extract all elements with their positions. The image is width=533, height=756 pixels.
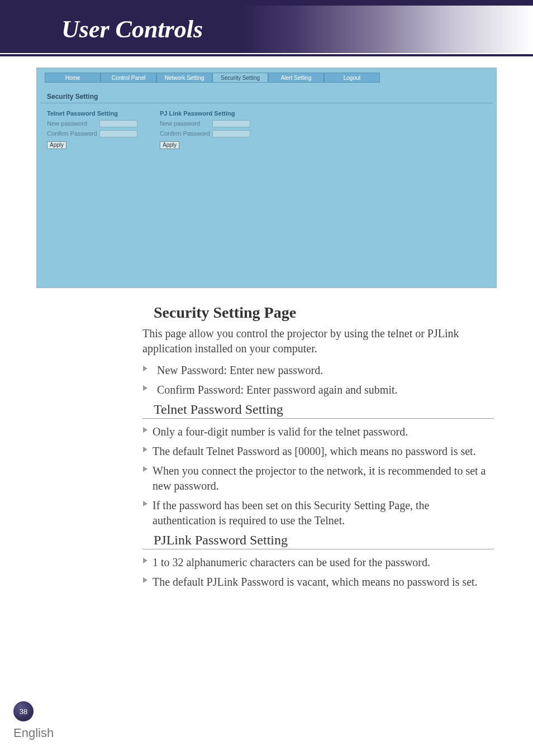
triangle-right-icon	[142, 427, 153, 433]
triangle-right-icon	[142, 365, 153, 372]
security-setting-screenshot: Home Control Panel Network Setting Secur…	[36, 68, 497, 288]
telnet-subheading-wrap: Telnet Password Setting	[142, 402, 494, 419]
triangle-right-icon	[142, 557, 153, 564]
pjlink-confirm-pw-label: Confirm Password	[160, 130, 212, 137]
telnet-panel-title: Telnet Password Setting	[47, 110, 137, 117]
body-content: Security Setting Page This page allow yo…	[142, 304, 494, 590]
triangle-right-icon	[142, 446, 153, 453]
tab-alert-setting[interactable]: Alert Setting	[268, 73, 324, 83]
svg-marker-5	[143, 501, 147, 506]
pjlink-new-pw-label: New password	[160, 120, 212, 127]
pjlink-subheading-wrap: PJLink Password Setting	[142, 533, 494, 549]
tab-security-setting[interactable]: Security Setting	[212, 73, 268, 83]
telnet-subheading: Telnet Password Setting	[154, 402, 283, 418]
telnet-bullet-3: If the password has been set on this Sec…	[142, 498, 494, 528]
triangle-right-icon	[142, 385, 153, 391]
accent-underline	[0, 54, 533, 56]
top-accent-bar	[0, 0, 533, 6]
top-bullet-1: Confirm Password: Enter password again a…	[142, 382, 494, 398]
svg-marker-7	[143, 577, 147, 583]
telnet-confirm-pw-input[interactable]	[99, 130, 137, 137]
embedded-screenshot-container: Home Control Panel Network Setting Secur…	[36, 68, 497, 288]
pjlink-subheading: PJLink Password Setting	[154, 533, 288, 549]
intro-paragraph: This page allow you control the projecto…	[142, 326, 494, 356]
bullet-text: The default Telnet Password as [0000], w…	[153, 444, 494, 459]
svg-marker-6	[143, 558, 147, 563]
triangle-right-icon	[142, 500, 153, 507]
svg-marker-3	[143, 447, 147, 452]
bullet-text: Confirm Password: Enter password again a…	[157, 382, 494, 398]
top-bullet-0: New Password: Enter new password.	[142, 363, 494, 378]
divider	[40, 103, 493, 103]
bullet-text: Only a four-digit number is valid for th…	[153, 424, 494, 439]
pjlink-panel: PJ Link Password Setting New password Co…	[160, 110, 250, 149]
header-band: User Controls	[0, 6, 533, 53]
bullet-text: The default PJLink Password is vacant, w…	[153, 575, 494, 590]
bullet-text: If the password has been set on this Sec…	[153, 498, 494, 528]
pjlink-new-pw-input[interactable]	[212, 120, 250, 127]
page-title: User Controls	[0, 15, 203, 44]
page-number-badge: 38	[13, 701, 34, 721]
telnet-bullet-0: Only a four-digit number is valid for th…	[142, 424, 494, 439]
tab-home[interactable]: Home	[45, 73, 101, 83]
triangle-right-icon	[142, 577, 153, 583]
svg-marker-2	[143, 427, 147, 433]
bullet-text: When you connect the projector to the ne…	[153, 463, 494, 494]
telnet-bullet-1: The default Telnet Password as [0000], w…	[142, 444, 494, 459]
svg-marker-1	[143, 385, 147, 391]
bullet-text: New Password: Enter new password.	[157, 363, 494, 378]
tab-network-setting[interactable]: Network Setting	[156, 73, 212, 83]
telnet-new-pw-input[interactable]	[99, 120, 137, 127]
telnet-panel: Telnet Password Setting New password Con…	[47, 110, 137, 149]
tab-logout[interactable]: Logout	[324, 73, 380, 83]
pjlink-bullet-1: The default PJLink Password is vacant, w…	[142, 575, 494, 590]
telnet-apply-button[interactable]: Apply	[47, 141, 66, 149]
pjlink-apply-button[interactable]: Apply	[160, 141, 179, 149]
triangle-right-icon	[142, 466, 153, 472]
language-label: English	[13, 726, 54, 740]
svg-marker-4	[143, 466, 147, 472]
pjlink-bullet-0: 1 to 32 alphanumeric characters can be u…	[142, 555, 494, 570]
tab-bar: Home Control Panel Network Setting Secur…	[45, 73, 494, 83]
svg-marker-0	[143, 366, 147, 371]
tab-control-panel[interactable]: Control Panel	[101, 73, 156, 83]
telnet-confirm-pw-label: Confirm Password	[47, 130, 99, 137]
telnet-bullet-2: When you connect the projector to the ne…	[142, 463, 494, 494]
screenshot-section-title: Security Setting	[47, 93, 494, 101]
section-heading: Security Setting Page	[154, 304, 494, 322]
telnet-new-pw-label: New password	[47, 120, 99, 127]
pjlink-confirm-pw-input[interactable]	[212, 130, 250, 137]
pjlink-panel-title: PJ Link Password Setting	[160, 110, 250, 117]
bullet-text: 1 to 32 alphanumeric characters can be u…	[153, 555, 494, 570]
footer: 38 English	[13, 701, 54, 740]
